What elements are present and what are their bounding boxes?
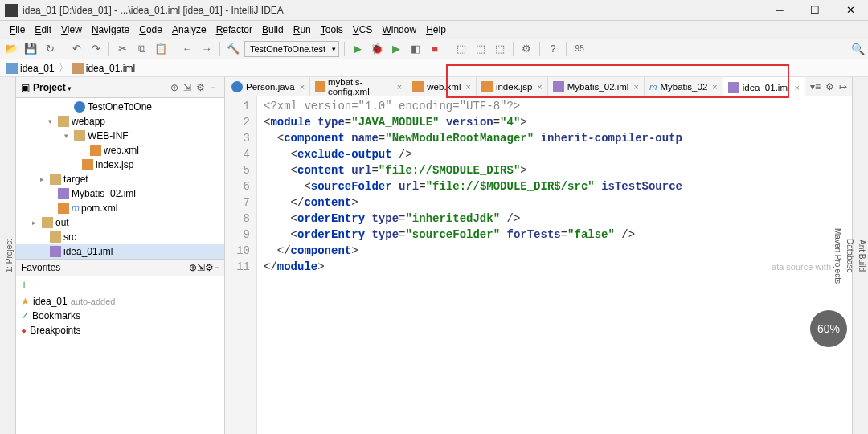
sync-icon[interactable]: ↻ (42, 41, 58, 57)
close-tab-icon[interactable]: × (537, 82, 542, 92)
i-iml-icon (50, 246, 61, 257)
editor-tab[interactable]: mMybatis_02× (645, 77, 723, 96)
gear-icon[interactable]: ⚙ (194, 82, 207, 93)
undo-icon[interactable]: ↶ (68, 41, 84, 57)
menu-tools[interactable]: Tools (316, 24, 348, 35)
project-view-selector[interactable]: Project (33, 82, 168, 93)
settings-icon[interactable]: ⚙ (518, 41, 534, 57)
structure-icon[interactable]: ⬚ (453, 41, 469, 57)
editor-tab[interactable]: idea_01.iml× (723, 77, 805, 96)
run-config-dropdown[interactable]: TestOneToOne.test (244, 41, 339, 57)
coverage-icon[interactable]: ▶ (388, 41, 404, 57)
tree-node[interactable]: ▸target (16, 172, 224, 186)
close-tab-icon[interactable]: × (712, 82, 717, 92)
redo-icon[interactable]: ↷ (88, 41, 104, 57)
project-pane-header: ▣ Project ⊕ ⇲ ⚙ − (16, 77, 224, 98)
close-tab-icon[interactable]: × (397, 82, 402, 92)
build-icon[interactable]: 🔨 (225, 41, 241, 57)
paste-icon[interactable]: 📋 (153, 41, 169, 57)
app-logo-icon (5, 4, 18, 17)
favorites-header: Favorites ⊕ ⇲ ⚙ − (16, 259, 224, 276)
close-button[interactable]: ✕ (833, 0, 868, 21)
close-tab-icon[interactable]: × (633, 82, 638, 92)
close-tab-icon[interactable]: × (465, 82, 470, 92)
tab-hide-icon[interactable]: ↦ (839, 81, 847, 92)
fav-hide-icon[interactable]: − (214, 262, 219, 273)
favorite-item[interactable]: ●Breakpoints (16, 323, 224, 338)
editor-tab[interactable]: mybatis-config.xml× (310, 77, 407, 96)
breadcrumb-bar: idea_01 〉 idea_01.iml (0, 59, 868, 77)
rail-project[interactable]: 1: Project (3, 232, 15, 279)
menu-code[interactable]: Code (134, 24, 167, 35)
fav-collapse-icon[interactable]: ⇲ (197, 262, 205, 273)
menu-analyze[interactable]: Analyze (167, 24, 211, 35)
search-icon[interactable]: 🔍 (851, 43, 865, 55)
tree-node[interactable]: ▸out (16, 215, 224, 230)
minimize-button[interactable]: ─ (762, 0, 797, 21)
tree-node[interactable]: idea_01.iml (16, 244, 224, 259)
fav-gear-icon[interactable]: ⚙ (205, 262, 214, 273)
menu-help[interactable]: Help (421, 24, 451, 35)
menu-file[interactable]: File (5, 24, 30, 35)
right-tool-rail: Ant BuildDatabaseMaven Projects (852, 77, 868, 434)
favorite-item[interactable]: ✓Bookmarks (16, 309, 224, 323)
tree-node[interactable]: TestOneToOne (16, 100, 224, 114)
tree-node[interactable]: ▾WEB-INF (16, 129, 224, 143)
editor-tab[interactable]: index.jsp× (477, 77, 548, 96)
zoom-badge: 60% (810, 310, 847, 347)
menu-edit[interactable]: Edit (30, 24, 56, 35)
debug-icon[interactable]: 🐞 (369, 41, 385, 57)
editor-tab[interactable]: Mybatis_02.iml× (548, 77, 645, 96)
editor-tab[interactable]: Person.java× (227, 77, 310, 96)
tab-gear-icon[interactable]: ⚙ (825, 81, 834, 92)
tree-node[interactable]: src (16, 230, 224, 244)
hierarchy-icon[interactable]: ⬚ (473, 41, 489, 57)
run-icon[interactable]: ▶ (350, 41, 366, 57)
back-icon[interactable]: ← (179, 41, 195, 57)
rail-antbuild[interactable]: Ant Build (856, 233, 868, 278)
breadcrumb-file[interactable]: idea_01.iml (71, 63, 137, 74)
hide-icon[interactable]: − (207, 82, 219, 93)
rail-structure[interactable]: 7: Structure (0, 228, 3, 283)
menu-vcs[interactable]: VCS (348, 24, 378, 35)
profile-icon[interactable]: ◧ (407, 41, 424, 57)
help-icon[interactable]: ? (545, 41, 561, 57)
menu-view[interactable]: View (56, 24, 87, 35)
menu-window[interactable]: Window (377, 24, 421, 35)
tree-node[interactable]: ▾webapp (16, 114, 224, 129)
stop-icon[interactable]: ■ (427, 41, 443, 57)
collapse-icon[interactable]: ⇲ (181, 82, 194, 93)
cut-icon[interactable]: ✂ (114, 41, 130, 57)
scroll-from-icon[interactable]: ⊕ (168, 82, 181, 93)
i-folder-icon (42, 217, 53, 228)
extra-icon[interactable]: 95 (571, 41, 588, 57)
menu-navigate[interactable]: Navigate (87, 24, 134, 35)
i-folder-icon (50, 174, 61, 185)
editor-content[interactable]: <?xml version="1.0" encoding="UTF-8"?><m… (257, 96, 852, 434)
tool-icon[interactable]: ⬚ (492, 41, 508, 57)
forward-icon[interactable]: → (199, 41, 215, 57)
close-tab-icon[interactable]: × (795, 83, 800, 92)
tab-list-icon[interactable]: ▾≡ (810, 81, 821, 92)
i-class-icon (74, 101, 85, 113)
save-icon[interactable]: 💾 (23, 41, 39, 57)
tree-node[interactable]: web.xml (16, 143, 224, 158)
breadcrumb-root[interactable]: idea_01 (5, 63, 56, 74)
open-icon[interactable]: 📂 (3, 41, 19, 57)
iml-icon (72, 63, 84, 74)
add-favorite-icon[interactable]: + (21, 278, 27, 291)
menu-build[interactable]: Build (257, 24, 289, 35)
editor-tab[interactable]: web.xml× (407, 77, 477, 96)
favorite-item[interactable]: ★idea_01auto-added (16, 294, 224, 309)
copy-icon[interactable]: ⧉ (133, 41, 149, 57)
i-iml-icon (553, 81, 564, 92)
menu-run[interactable]: Run (289, 24, 316, 35)
tree-node[interactable]: index.jsp (16, 158, 224, 172)
maximize-button[interactable]: ☐ (797, 0, 833, 21)
close-tab-icon[interactable]: × (300, 82, 305, 92)
fav-expand-icon[interactable]: ⊕ (189, 262, 197, 273)
remove-favorite-icon[interactable]: − (34, 278, 40, 291)
tree-node[interactable]: mpom.xml (16, 201, 224, 215)
tree-node[interactable]: Mybatis_02.iml (16, 186, 224, 201)
menu-refactor[interactable]: Refactor (211, 24, 257, 35)
